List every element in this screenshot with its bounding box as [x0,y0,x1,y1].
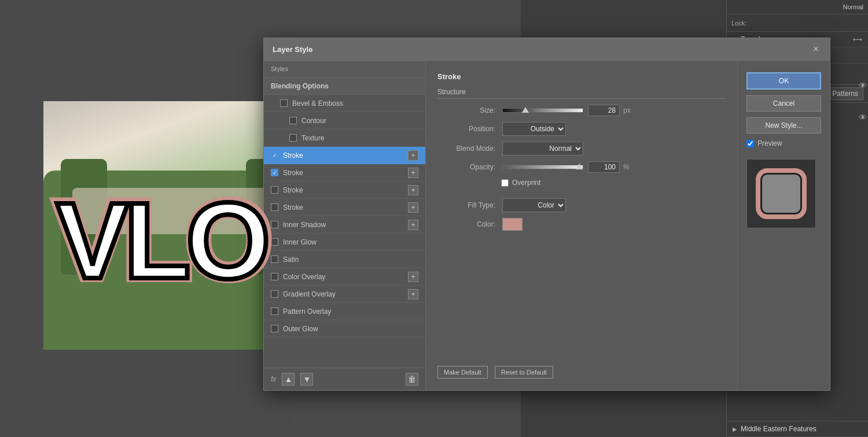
opacity-slider-thumb[interactable] [576,164,583,169]
me-features-arrow: ▶ [733,426,737,432]
dialog-close-button[interactable]: × [811,44,821,54]
stroke-section-title: Stroke [437,72,726,81]
sidebar-item-satin[interactable]: Satin [264,251,425,268]
new-style-button[interactable]: New Style... [746,117,821,134]
outer-glow-checkbox[interactable] [271,325,278,332]
sidebar-item-gradient-overlay[interactable]: Gradient Overlay + [264,286,425,303]
ps-top-bar: Normal [727,0,868,14]
size-label: Size: [437,106,495,114]
fill-type-select[interactable]: Color Gradient Pattern [502,198,566,212]
satin-checkbox[interactable] [271,255,278,263]
eye-icon-2[interactable]: 👁 [859,81,867,90]
opacity-input[interactable] [588,161,620,173]
sidebar-header: Styles [264,61,425,77]
me-features-label: Middle Eastern Features [741,425,862,433]
stroke1-add-btn[interactable]: + [408,150,418,161]
color-swatch[interactable] [502,218,523,231]
lock-label: Lock: [731,20,746,27]
transform-icon: ⟷ [853,36,862,43]
inner-shadow-label: Inner Shadow [283,221,408,229]
sidebar-item-stroke-3[interactable]: Stroke + [264,182,425,199]
structure-subtitle: Structure [437,88,726,99]
sidebar-item-pattern-overlay[interactable]: Pattern Overlay [264,303,425,320]
sidebar-item-texture[interactable]: Texture [264,129,425,147]
pattern-overlay-checkbox[interactable] [271,308,278,315]
size-input[interactable] [588,105,620,116]
dialog-main: Stroke Structure Size: px Position: Outs… [426,61,737,390]
make-default-btn[interactable]: Make Default [437,366,488,379]
satin-label: Satin [283,255,418,264]
preview-inner-shape [756,168,807,219]
stroke3-checkbox[interactable] [271,186,278,194]
stroke2-label: Stroke [283,169,408,177]
preview-thumbnail [746,159,816,228]
stroke1-checkbox[interactable] [271,151,278,159]
move-up-btn[interactable]: ▲ [282,373,295,386]
overprint-checkbox[interactable] [501,179,509,187]
ok-button[interactable]: OK [746,72,821,90]
gradient-overlay-checkbox[interactable] [271,290,278,298]
contour-checkbox[interactable] [289,117,297,124]
reset-default-btn[interactable]: Reset to Default [495,366,553,379]
sidebar-item-stroke-4[interactable]: Stroke + [264,199,425,216]
sidebar-item-blending-options[interactable]: Blending Options [264,77,425,95]
gradient-overlay-label: Gradient Overlay [283,290,408,298]
preview-checkbox[interactable] [746,140,754,147]
sidebar-scroll[interactable]: Blending Options Bevel & Emboss Contour … [264,77,425,368]
pattern-overlay-label: Pattern Overlay [283,308,418,316]
move-down-btn[interactable]: ▼ [300,373,313,386]
me-features-row[interactable]: ▶ Middle Eastern Features [727,421,868,437]
stroke4-checkbox[interactable] [271,203,278,211]
size-unit: px [623,106,631,114]
position-select[interactable]: Outside Inside Center [502,122,566,136]
fill-type-label: Fill Type: [437,201,495,209]
patterns-label: Patterns [832,90,858,98]
gradient-overlay-add-btn[interactable]: + [408,289,418,299]
stroke4-label: Stroke [283,203,408,212]
sidebar-item-outer-glow[interactable]: Outer Glow [264,320,425,338]
opacity-row: Opacity: % [437,161,726,173]
stroke3-label: Stroke [283,186,408,194]
sidebar-item-inner-glow[interactable]: Inner Glow [264,234,425,251]
sidebar-item-stroke-1[interactable]: Stroke + [264,147,425,164]
inner-shadow-checkbox[interactable] [271,221,278,228]
inner-glow-checkbox[interactable] [271,238,278,246]
texture-checkbox[interactable] [289,134,297,142]
eye-icon-3[interactable]: 👁 [859,113,867,122]
sidebar-item-contour[interactable]: Contour [264,112,425,129]
stroke1-label: Stroke [283,151,408,160]
size-slider-thumb[interactable] [522,107,529,113]
stroke2-checkbox[interactable] [271,169,278,176]
cancel-button[interactable]: Cancel [746,95,821,112]
inner-glow-label: Inner Glow [283,238,418,246]
dialog-bottombar: fx ▲ ▼ 🗑 [264,368,425,390]
sidebar-item-bevel-emboss[interactable]: Bevel & Emboss [264,95,425,112]
color-overlay-add-btn[interactable]: + [408,272,418,282]
delete-btn[interactable]: 🗑 [406,373,418,386]
sidebar-item-inner-shadow[interactable]: Inner Shadow + [264,216,425,234]
sidebar-item-color-overlay[interactable]: Color Overlay + [264,268,425,286]
dialog-footer-buttons: Make Default Reset to Default [437,366,553,379]
bevel-emboss-checkbox[interactable] [280,99,288,107]
inner-shadow-add-btn[interactable]: + [408,220,418,230]
color-overlay-checkbox[interactable] [271,273,278,280]
opacity-slider-track[interactable] [502,165,583,169]
sidebar-item-stroke-2[interactable]: Stroke + [264,164,425,182]
vlo-text: VLO [56,178,266,303]
stroke2-add-btn[interactable]: + [408,168,418,178]
overprint-label: Overprint [512,179,540,187]
patterns-btn[interactable]: Patterns [827,87,863,100]
opacity-unit: % [623,163,630,171]
outer-glow-label: Outer Glow [283,325,418,333]
lock-bar: Lock: [727,14,868,32]
blend-mode-select[interactable]: Normal Multiply Screen Overlay [502,142,583,155]
dialog-body: Styles Blending Options Bevel & Emboss C… [264,61,830,390]
color-overlay-label: Color Overlay [283,273,408,281]
stroke3-add-btn[interactable]: + [408,185,418,195]
preview-label: Preview [757,139,782,147]
size-slider-track[interactable] [502,108,583,113]
dialog-actions: OK Cancel New Style... Preview [737,61,830,390]
color-label: Color: [437,220,495,228]
stroke4-add-btn[interactable]: + [408,202,418,213]
dialog-title: Layer Style [273,45,312,54]
